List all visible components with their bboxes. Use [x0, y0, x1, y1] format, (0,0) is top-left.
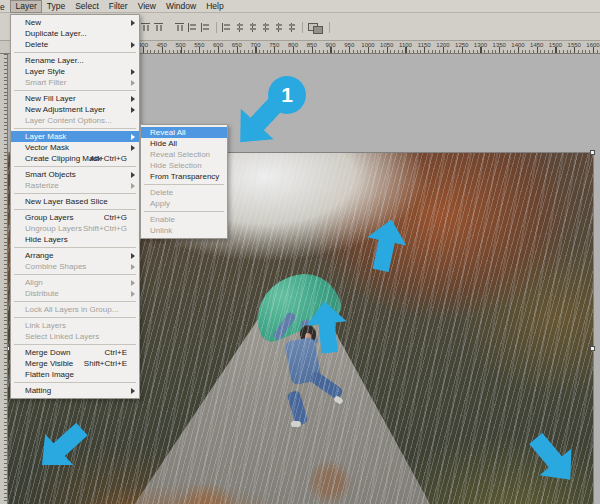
- ruler-tick-label: 1000: [358, 42, 378, 48]
- transform-handle-right-middle[interactable]: [590, 346, 595, 351]
- ruler-tick-label: 500: [171, 42, 191, 48]
- menu-item-label: Smart Objects: [25, 170, 76, 179]
- vertical-ruler[interactable]: [0, 41, 8, 504]
- menu-item-label: Select Linked Layers: [25, 332, 99, 341]
- annotation-arrow-up-person: [301, 299, 352, 356]
- align-left-edges-icon[interactable]: [188, 23, 197, 32]
- toolbar-separator: [329, 22, 330, 33]
- menubar-item-layer[interactable]: Layer: [10, 0, 41, 13]
- align-top-edges-icon[interactable]: [141, 23, 150, 32]
- menu-item-label: Delete: [150, 188, 173, 197]
- menu-item-merge-visible[interactable]: Merge VisibleShift+Ctrl+E: [11, 358, 139, 369]
- ruler-tick-label: 1550: [564, 42, 584, 48]
- ruler-tick-label: 450: [152, 42, 172, 48]
- menu-item-smart-filter: Smart Filter: [11, 77, 139, 88]
- align-bottom-edges-icon[interactable]: [175, 23, 184, 32]
- menu-item-layer-style[interactable]: Layer Style: [11, 66, 139, 77]
- transform-handle-top-right[interactable]: [590, 150, 595, 155]
- menu-item-matting[interactable]: Matting: [11, 385, 139, 396]
- distribute-vertical-centers-icon[interactable]: [248, 23, 257, 32]
- submenu-arrow-icon: [131, 42, 135, 48]
- submenu-arrow-icon: [131, 96, 135, 102]
- menu-separator: [14, 344, 136, 345]
- menu-item-arrange[interactable]: Arrange: [11, 250, 139, 261]
- menu-item-label: Layer Style: [25, 67, 65, 76]
- menu-item-delete[interactable]: Delete: [11, 39, 139, 50]
- menu-item-combine-shapes: Combine Shapes: [11, 261, 139, 272]
- menu-item-flatten-image[interactable]: Flatten Image: [11, 369, 139, 380]
- menu-item-label: Link Layers: [25, 321, 66, 330]
- menu-separator: [14, 301, 136, 302]
- menu-item-label: Duplicate Layer...: [25, 29, 87, 38]
- menu-bar: e LayerTypeSelectFilterViewWindowHelp: [0, 0, 600, 13]
- menu-item-hide-layers[interactable]: Hide Layers: [11, 234, 139, 245]
- menu-separator: [14, 317, 136, 318]
- menu-item-ungroup-layers: Ungroup LayersShift+Ctrl+G: [11, 223, 139, 234]
- menu-item-label: Merge Visible: [25, 359, 73, 368]
- submenu-item-hide-all[interactable]: Hide All: [141, 138, 227, 149]
- submenu-arrow-icon: [131, 69, 135, 75]
- ruler-tick-label: 650: [227, 42, 247, 48]
- menu-item-merge-down[interactable]: Merge DownCtrl+E: [11, 347, 139, 358]
- menubar-item-view[interactable]: View: [133, 0, 161, 13]
- distribute-horizontal-centers-icon[interactable]: [287, 23, 296, 32]
- menu-item-smart-objects[interactable]: Smart Objects: [11, 169, 139, 180]
- menu-item-label: Hide Selection: [150, 161, 202, 170]
- menu-item-label: Delete: [25, 40, 48, 49]
- submenu-item-reveal-all[interactable]: Reveal All: [141, 127, 227, 138]
- toolbar-separator: [216, 22, 217, 33]
- submenu-item-hide-selection: Hide Selection: [141, 160, 227, 171]
- distribute-top-edges-icon[interactable]: [235, 23, 244, 32]
- menu-item-vector-mask[interactable]: Vector Mask: [11, 142, 139, 153]
- menubar-item-help[interactable]: Help: [201, 0, 228, 13]
- menu-item-create-clipping-mask[interactable]: Create Clipping MaskAlt+Ctrl+G: [11, 153, 139, 164]
- align-vertical-centers-icon[interactable]: [154, 23, 163, 32]
- ruler-tick-label: 1450: [527, 42, 547, 48]
- menubar-item-select[interactable]: Select: [70, 0, 104, 13]
- menubar-clipped-item: e: [0, 1, 6, 14]
- menu-item-lock-all-layers-in-group: Lock All Layers in Group...: [11, 304, 139, 315]
- layer-mask-submenu: Reveal AllHide AllReveal SelectionHide S…: [140, 124, 228, 239]
- ruler-tick-label: 1300: [471, 42, 491, 48]
- menu-item-label: Apply: [150, 199, 170, 208]
- menu-item-rename-layer[interactable]: Rename Layer...: [11, 55, 139, 66]
- menu-item-label: Matting: [25, 386, 51, 395]
- menu-item-label: Flatten Image: [25, 370, 74, 379]
- ruler-tick-label: 1050: [377, 42, 397, 48]
- menu-item-label: Enable: [150, 215, 175, 224]
- ruler-tick-label: 1350: [489, 42, 509, 48]
- menu-item-label: New Adjustment Layer: [25, 105, 105, 114]
- menu-item-new-adjustment-layer[interactable]: New Adjustment Layer: [11, 104, 139, 115]
- distribute-bottom-edges-icon[interactable]: [261, 23, 270, 32]
- menu-item-group-layers[interactable]: Group LayersCtrl+G: [11, 212, 139, 223]
- auto-align-layers-icon[interactable]: [308, 23, 323, 32]
- menu-item-new[interactable]: New: [11, 17, 139, 28]
- layer-menu-dropdown: NewDuplicate Layer...DeleteRename Layer.…: [10, 14, 140, 399]
- menu-item-align: Align: [11, 277, 139, 288]
- menu-item-new-layer-based-slice[interactable]: New Layer Based Slice: [11, 196, 139, 207]
- menubar-item-filter[interactable]: Filter: [104, 0, 133, 13]
- align-right-edges-icon[interactable]: [222, 23, 231, 32]
- ruler-tick-label: 1500: [546, 42, 566, 48]
- menu-item-layer-mask[interactable]: Layer Mask: [11, 131, 139, 142]
- submenu-arrow-icon: [131, 280, 135, 286]
- menu-item-duplicate-layer[interactable]: Duplicate Layer...: [11, 28, 139, 39]
- menubar-item-type[interactable]: Type: [42, 0, 70, 13]
- menu-separator: [144, 184, 224, 185]
- submenu-arrow-icon: [131, 291, 135, 297]
- menu-item-link-layers: Link Layers: [11, 320, 139, 331]
- submenu-arrow-icon: [131, 145, 135, 151]
- align-horizontal-centers-icon[interactable]: [201, 23, 210, 32]
- ruler-tick-label: 1200: [433, 42, 453, 48]
- menu-item-label: Smart Filter: [25, 78, 66, 87]
- menu-item-label: Distribute: [25, 289, 59, 298]
- menu-item-new-fill-layer[interactable]: New Fill Layer: [11, 93, 139, 104]
- menubar-item-window[interactable]: Window: [161, 0, 201, 13]
- menu-item-label: Rasterize: [25, 181, 59, 190]
- submenu-item-from-transparency[interactable]: From Transparency: [141, 171, 227, 182]
- distribute-left-edges-icon[interactable]: [274, 23, 283, 32]
- ruler-tick-label: 1250: [452, 42, 472, 48]
- ruler-tick-label: 1600: [583, 42, 600, 48]
- menu-item-label: Layer Mask: [25, 132, 66, 141]
- menu-separator: [14, 382, 136, 383]
